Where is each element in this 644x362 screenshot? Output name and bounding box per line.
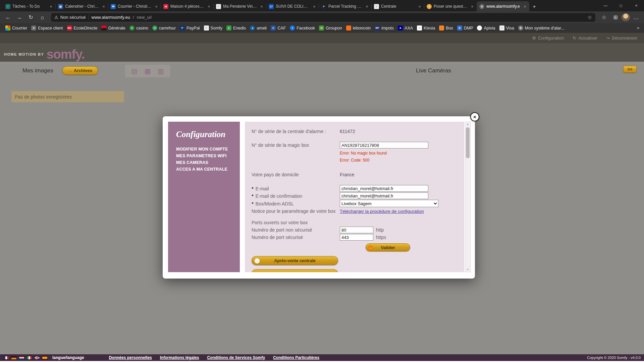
topbar-action[interactable]: ↪ Déconnexion bbox=[606, 36, 637, 41]
bookmark-item[interactable]: A AXA bbox=[396, 24, 415, 32]
modal-menu-item[interactable]: ACCES A MA CENTRALE bbox=[176, 166, 240, 173]
footer-link[interactable]: Données personnelles bbox=[109, 355, 152, 360]
topbar-action[interactable]: ⚙ Configuration bbox=[532, 36, 564, 41]
https-port-input[interactable] bbox=[340, 234, 373, 241]
browser-tab[interactable]: ✉ Courrier - Christian × bbox=[108, 1, 161, 11]
tab-close-icon[interactable]: × bbox=[470, 4, 475, 9]
layout-view-icon[interactable]: ▤ bbox=[131, 68, 138, 74]
favorites-icon[interactable]: ☆ bbox=[599, 13, 609, 22]
tab-favicon-icon: M bbox=[163, 4, 168, 9]
bookmark-item[interactable]: Box bbox=[437, 24, 455, 32]
bookmark-item[interactable]: Courrier bbox=[3, 24, 29, 32]
scroll-up-icon[interactable]: ▲ bbox=[467, 122, 469, 127]
tab-close-icon[interactable]: × bbox=[48, 4, 54, 9]
topbar-action[interactable]: ↻ Actualiser bbox=[573, 36, 597, 41]
https-port-label: Numéro de port sécurisé bbox=[252, 235, 340, 240]
browser-tab[interactable]: 17 SUIVI DE COLIS TO × bbox=[266, 1, 319, 11]
bookmark-item[interactable]: ~ Apivia bbox=[475, 24, 497, 32]
bookmark-item[interactable]: e Enedis bbox=[224, 24, 248, 32]
archives-button[interactable]: → Archives bbox=[62, 66, 98, 75]
layout-view-icon[interactable]: ▥ bbox=[158, 68, 164, 74]
language-flag-icon[interactable] bbox=[11, 356, 17, 360]
tab-close-icon[interactable]: × bbox=[364, 4, 370, 9]
forward-button[interactable]: → bbox=[14, 13, 25, 22]
modem-select[interactable]: Livebox Sagem bbox=[340, 200, 438, 207]
archives-arrow-icon: → bbox=[68, 68, 72, 73]
language-flag-icon[interactable] bbox=[3, 356, 9, 360]
tab-close-icon[interactable]: × bbox=[417, 4, 422, 9]
footer-link[interactable]: Conditions Particulières bbox=[273, 355, 319, 360]
minimize-button[interactable]: — bbox=[598, 0, 613, 11]
bookmark-item[interactable]: a ameli bbox=[248, 24, 269, 32]
bookmark-item[interactable]: Générale bbox=[99, 24, 127, 32]
bookmark-item[interactable]: ≈ Klesia bbox=[415, 24, 437, 32]
after-sales-button[interactable]: → Après-vente centrale bbox=[252, 256, 338, 265]
language-flag-icon[interactable] bbox=[19, 356, 24, 360]
scrollbar-thumb[interactable] bbox=[466, 127, 470, 158]
bookmark-item[interactable]: P PayPal bbox=[178, 24, 202, 32]
browser-tab[interactable]: ✓ Tâches - To Do × bbox=[3, 1, 55, 11]
browser-menu-icon[interactable]: … bbox=[631, 13, 641, 22]
bookmark-item[interactable]: D DMP bbox=[455, 24, 475, 32]
email-field[interactable] bbox=[340, 185, 428, 192]
modal-menu-item[interactable]: MODIFIER MON COMPTE bbox=[176, 146, 240, 153]
maximize-button[interactable]: □ bbox=[613, 0, 629, 11]
tab-close-icon[interactable]: × bbox=[101, 4, 106, 9]
modal-menu-item[interactable]: MES PARAMETRES WIFI bbox=[176, 153, 240, 159]
scroll-down-icon[interactable]: ▼ bbox=[467, 267, 469, 272]
new-tab-button[interactable]: + bbox=[529, 2, 539, 11]
modal-scrollbar[interactable]: ▲ ▼ bbox=[465, 122, 471, 272]
browser-tab[interactable]: M Maison 4 pièces 13 × bbox=[161, 1, 213, 11]
modal-menu-item[interactable]: MES CAMERAS bbox=[176, 159, 240, 166]
language-flag-icon[interactable] bbox=[34, 356, 40, 360]
tab-favicon-icon: ⊕ bbox=[479, 4, 484, 9]
browser-tab[interactable]: ≡ Centrale × bbox=[371, 1, 424, 11]
bookmark-item[interactable]: ⊕ Mon système d'alar... bbox=[516, 24, 567, 32]
bookmark-item[interactable]: ≡ Visa bbox=[497, 24, 516, 32]
tab-close-icon[interactable]: × bbox=[312, 4, 317, 9]
profile-avatar[interactable] bbox=[622, 13, 630, 21]
tab-close-icon[interactable]: × bbox=[206, 4, 212, 9]
browser-tab[interactable]: ? Poser une question × bbox=[424, 1, 477, 11]
footer-link[interactable]: Informations légales bbox=[160, 355, 199, 360]
language-flag-icon[interactable] bbox=[26, 356, 32, 360]
footer-link[interactable]: Conditions de Services Somfy bbox=[207, 355, 265, 360]
valider-button[interactable]: → Valider bbox=[366, 243, 410, 251]
layout-view-icon[interactable]: ▦ bbox=[145, 68, 151, 74]
email-confirm-field[interactable] bbox=[340, 192, 428, 199]
bookmark-item[interactable]: ≡ Somfy bbox=[202, 24, 224, 32]
browser-tab[interactable]: ≡ Ma Penderie Vintag × bbox=[213, 1, 266, 11]
bookmark-item[interactable]: ED EcoleDirecte bbox=[65, 24, 100, 32]
bookmark-item[interactable]: RF impots bbox=[373, 24, 396, 32]
bookmark-item[interactable]: leboncoin bbox=[344, 24, 373, 32]
http-port-input[interactable] bbox=[340, 227, 373, 233]
bookmark-item[interactable]: C carrefour bbox=[150, 24, 178, 32]
address-bar[interactable]: ⚠ Non sécurisé www.alarmsomfy.eu/new_ui/… bbox=[51, 13, 595, 22]
bookmark-item[interactable]: 8 Espace client bbox=[29, 24, 65, 32]
language-flag-icon[interactable] bbox=[42, 356, 48, 360]
close-window-button[interactable]: × bbox=[629, 0, 644, 11]
bookmark-item[interactable]: C casino bbox=[127, 24, 150, 32]
bookmark-label: PayPal bbox=[186, 26, 200, 31]
collections-icon[interactable]: ⊞ bbox=[610, 13, 621, 22]
bookmarks-overflow-chevron[interactable]: > bbox=[635, 25, 641, 31]
bookmark-item[interactable]: C CAF bbox=[269, 24, 288, 32]
expand-panel-button[interactable]: >> bbox=[623, 66, 637, 73]
refresh-button[interactable]: ↻ bbox=[25, 13, 36, 22]
security-warning[interactable]: ⚠ Non sécurisé bbox=[54, 15, 86, 20]
browser-tab[interactable]: P Parcel Tracking | Gl × bbox=[319, 1, 371, 11]
bookmark-item[interactable]: f Facebook bbox=[288, 24, 317, 32]
back-button[interactable]: ← bbox=[3, 13, 13, 22]
modal-close-button[interactable]: × bbox=[470, 112, 479, 121]
tab-close-icon[interactable]: × bbox=[154, 4, 159, 9]
bookmark-item[interactable]: G Groupon bbox=[317, 24, 344, 32]
home-button[interactable]: ⌂ bbox=[37, 13, 48, 22]
magicbox-input[interactable] bbox=[340, 142, 428, 148]
download-procedure-link[interactable]: Télécharger la procédure de configuratio… bbox=[340, 209, 424, 214]
clipped-button[interactable] bbox=[252, 269, 338, 272]
tab-close-icon[interactable]: × bbox=[259, 4, 264, 9]
browser-tab[interactable]: ▦ Calendrier - Christia × bbox=[55, 1, 108, 11]
tab-close-icon[interactable]: × bbox=[522, 4, 528, 9]
browser-tab[interactable]: ⊕ www.alarmsomfy.e × bbox=[477, 1, 529, 11]
add-favorite-icon[interactable]: ☆ bbox=[588, 14, 592, 20]
